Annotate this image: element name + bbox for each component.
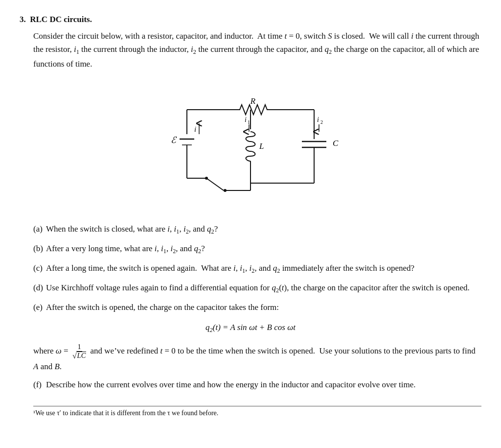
part-f-content: Describe how the current evolves over ti…: [46, 378, 481, 391]
svg-text:ℰ: ℰ: [171, 135, 177, 145]
part-e: (e) After the switch is opened, the char…: [33, 301, 481, 314]
svg-point-12: [205, 177, 208, 180]
part-c-content: After a long time, the switch is opened …: [46, 261, 481, 276]
svg-line-11: [206, 178, 224, 190]
part-e-label: (e): [33, 301, 46, 314]
part-f-container: (f) Describe how the current evolves ove…: [33, 378, 481, 391]
svg-text:2: 2: [320, 119, 323, 125]
omega-definition: where ω = 1 √LC and we’ve redefined t = …: [33, 343, 481, 374]
part-f: (f) Describe how the current evolves ove…: [33, 378, 481, 391]
svg-text:i: i: [194, 125, 196, 133]
part-d: (d) Use Kirchhoff voltage rules again to…: [33, 281, 481, 296]
part-b-content: After a very long time, what are i, i1, …: [46, 242, 481, 257]
part-d-content: Use Kirchhoff voltage rules again to fin…: [46, 281, 481, 296]
formula: q2(t) = A sin ωt + B cos ωt: [20, 323, 481, 334]
parts-list: (a) When the switch is closed, what are …: [33, 222, 481, 314]
footnote: ¹We use τ′ to indicate that it is differ…: [33, 406, 481, 417]
part-e-content: After the switch is opened, the charge o…: [46, 301, 481, 314]
circuit-diagram: R ℰ i i 1: [20, 85, 481, 208]
omega-fraction: 1 √LC: [71, 343, 87, 360]
svg-text:i: i: [245, 116, 247, 123]
part-a-content: When the switch is closed, what are i, i…: [46, 222, 481, 237]
part-b-label: (b): [33, 242, 46, 257]
svg-text:i: i: [317, 116, 319, 123]
part-c-label: (c): [33, 261, 46, 276]
part-d-label: (d): [33, 281, 46, 296]
part-f-label: (f): [33, 378, 46, 391]
svg-text:R: R: [250, 96, 256, 106]
svg-text:1: 1: [248, 119, 250, 125]
part-b: (b) After a very long time, what are i, …: [33, 242, 481, 257]
svg-text:L: L: [259, 141, 264, 151]
part-c: (c) After a long time, the switch is ope…: [33, 261, 481, 276]
problem-intro: Consider the circuit below, with a resis…: [33, 29, 481, 71]
svg-text:C: C: [333, 139, 339, 148]
problem-title: RLC DC circuits.: [30, 15, 92, 24]
part-a-label: (a): [33, 222, 46, 237]
problem-number: 3. RLC DC circuits.: [20, 15, 481, 24]
part-a: (a) When the switch is closed, what are …: [33, 222, 481, 237]
